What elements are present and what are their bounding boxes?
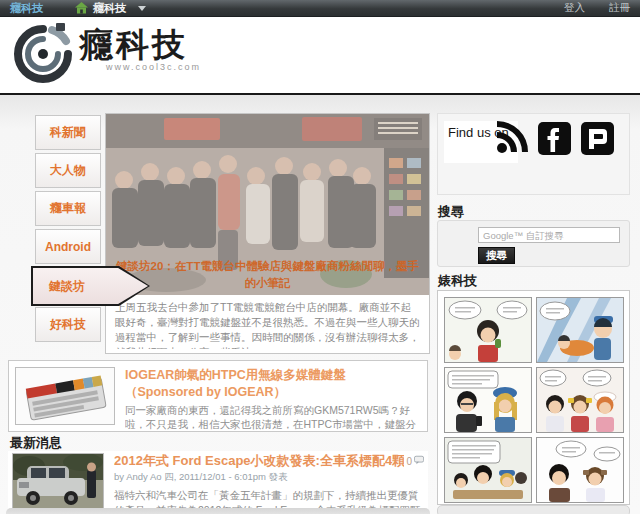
article-byline: by Andy Ao 四, 2011/12/01 - 6:01pm 發表 [114,471,424,484]
logo-title: 癮科技 [80,23,201,68]
topbar-home-label: 癮科技 [93,1,126,16]
find-us-panel: Find us on [437,113,630,195]
sidebar-item-good-tech[interactable]: 好科技 [35,307,101,342]
comic-panel [444,367,532,433]
rss-icon[interactable] [494,121,528,155]
news-article-title[interactable]: 2012年式 Ford Escape小改款發表:全車系標配4顆安全氣囊! [114,453,404,469]
featured-article-panel: 鍵談坊20：在TT電競台中體驗店與鍵盤廠商粉絲閒聊，墨手的小筆記 上周五我去台中… [105,113,430,354]
category-nav: 科新聞 大人物 癮車報 Android 鍵談坊 好科技 [35,115,101,345]
comic-panel [444,297,532,363]
google-custom-search-panel: 搜尋 [437,220,630,267]
car-thumbnail[interactable] [12,453,104,513]
comic-strip-image [444,297,623,503]
logo-subtitle: www.cool3c.com [106,62,201,72]
sponsored-article-panel: IOGEAR帥氣的HTPC用無線多媒體鍵盤（Sponsored by IOGEA… [8,360,428,432]
comic-panel [536,297,624,363]
right-next-section-divider [437,505,630,514]
keyboard-thumbnail[interactable] [15,367,115,425]
topbar-site-link[interactable]: 癮科技 [10,1,43,16]
sidebar-item-android[interactable]: Android [35,229,101,264]
sidebar-item-tech-news[interactable]: 科新聞 [35,115,101,150]
sponsored-article-title[interactable]: IOGEAR帥氣的HTPC用無線多媒體鍵盤（Sponsored by IOGEA… [125,367,421,401]
topbar-home-link[interactable]: 癮科技 [75,1,126,16]
comment-count: 0 [406,456,412,467]
home-icon [75,2,88,14]
facebook-icon[interactable] [538,122,571,155]
page: 癮科技 癮科技 登入 註冊 癮科技 w [0,0,640,514]
comic-heading: 婊科技 [438,272,477,290]
chevron-down-icon[interactable] [138,6,146,11]
sponsored-article-excerpt: 同一家廠商的東西，還記得我之前所寫的GKM571RW5嗎？好啦，不只是我，相信大… [125,403,421,432]
next-section-divider [6,508,430,514]
comic-panel [536,367,624,433]
featured-article-title[interactable]: 鍵談坊20：在TT電競台中體驗店與鍵盤廠商粉絲閒聊，墨手的小筆記 [106,258,429,293]
latest-news-heading: 最新消息 [10,434,62,452]
selected-tab-label: 鍵談坊 [33,268,148,304]
register-link[interactable]: 註冊 [609,1,630,15]
featured-article-excerpt: 上周五我去台中參加了TT電競電競館台中店的開幕。廠商並不起眼好奇，臺灣對打電競鍵… [106,295,429,349]
plurk-icon[interactable] [581,122,614,155]
search-button[interactable]: 搜尋 [478,247,515,264]
sidebar-item-keyboard-selected[interactable]: 鍵談坊 [31,266,150,306]
sidebar-item-cars[interactable]: 癮車報 [35,191,101,226]
search-heading: 搜尋 [438,203,464,221]
comment-bubble-icon [414,455,424,465]
comic-panel [536,437,624,503]
comic-strip-link[interactable] [437,290,630,505]
cool3c-logo-icon [12,23,74,85]
news-article-panel: 2012年式 Ford Escape小改款發表:全車系標配4顆安全氣囊!0 by… [8,451,428,514]
site-logo[interactable]: 癮科技 www.cool3c.com [12,23,201,85]
search-input[interactable] [478,227,620,243]
sidebar-item-people[interactable]: 大人物 [35,153,101,188]
login-link[interactable]: 登入 [564,1,585,15]
comic-panel [444,437,532,503]
site-header: 癮科技 www.cool3c.com [0,17,640,95]
top-bar: 癮科技 癮科技 登入 註冊 [0,0,640,17]
featured-photo-link[interactable]: 鍵談坊20：在TT電競台中體驗店與鍵盤廠商粉絲閒聊，墨手的小筆記 [106,114,429,295]
